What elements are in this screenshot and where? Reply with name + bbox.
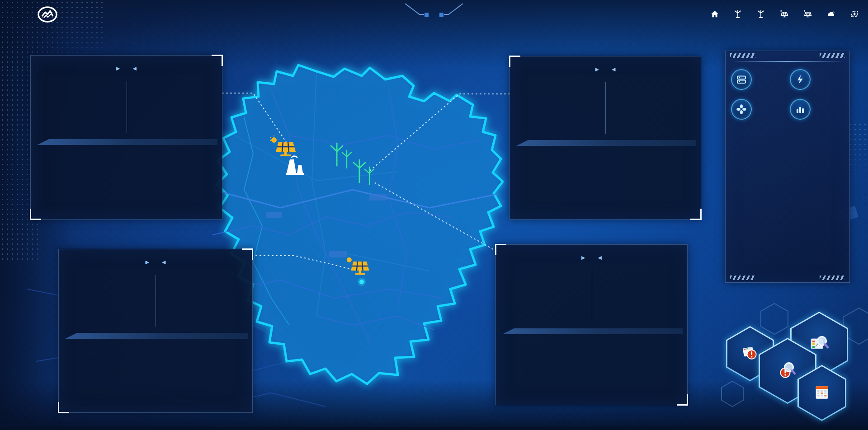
divider-bar (37, 139, 217, 145)
panel-title-bar: ▶ ◀ (31, 56, 222, 78)
station-chart (513, 150, 699, 221)
divider-bar (65, 333, 248, 339)
province-boundary (217, 65, 503, 384)
hatch-decoration (820, 276, 845, 280)
highway (212, 190, 497, 208)
logo-icon (37, 4, 58, 25)
station-stats (510, 79, 701, 136)
hatch-decoration (730, 276, 755, 280)
station-stats (496, 267, 687, 325)
arrow-left-icon: ◀ (133, 65, 137, 71)
alarm-query-icon (777, 360, 798, 380)
district-lines (235, 72, 429, 316)
header (0, 0, 868, 28)
wind-turbine-icon (734, 10, 742, 18)
fan-icon (731, 99, 752, 120)
panel-title-bar: ▶ ◀ (496, 245, 687, 267)
station-chart (61, 342, 250, 414)
nav-item-channel-status[interactable] (827, 10, 839, 18)
station-chart (33, 149, 220, 220)
panel-huashun-station: ▶ ◀ (58, 249, 253, 413)
report-button[interactable] (797, 365, 846, 421)
glow-dot (358, 278, 366, 286)
solar-panel-icon (803, 10, 812, 18)
report-icon (813, 384, 831, 401)
corner-bracket (509, 56, 520, 67)
arrow-left-icon: ◀ (162, 259, 165, 265)
bar-chart-title (726, 122, 849, 134)
panel-huashan-station: ▶ ◀ (495, 244, 688, 405)
bottom-bar (0, 427, 868, 430)
solar-panel-icon (780, 10, 788, 18)
lightning-icon (790, 69, 811, 90)
nav-item-overview[interactable] (711, 10, 722, 18)
system-stats (726, 63, 849, 122)
cloud-icon (827, 10, 835, 18)
panel-longzhu-station: ▶ ◀ (30, 55, 222, 220)
nav-item-huashan[interactable] (757, 10, 768, 18)
corner-bracket (212, 55, 223, 66)
bar-chart-icon (790, 99, 811, 120)
nav-item-system-config[interactable] (850, 10, 862, 18)
settings-icon (850, 10, 859, 18)
alarm-window-icon (741, 344, 760, 362)
panel-title-bar: ▶ ◀ (59, 249, 252, 271)
wind-turbine-icon (354, 160, 374, 185)
panel-title-bar: ▶ ◀ (510, 56, 701, 79)
title-bar (289, 2, 579, 18)
system-stat-card (790, 99, 846, 120)
connector-lines (222, 93, 509, 270)
logo (37, 4, 62, 25)
title-decoration-right (438, 2, 464, 18)
home-icon (711, 10, 719, 18)
station-stats (59, 271, 252, 329)
nav-item-huafeng[interactable] (734, 10, 745, 18)
dashboard: ▶ ◀ ▶ ◀ ▶ ◀ ▶ (0, 0, 868, 430)
panels-icon (731, 69, 752, 90)
system-stat-card (731, 99, 790, 120)
panel-huafeng-station: ▶ ◀ (509, 56, 701, 220)
arrow-left-icon: ◀ (598, 255, 602, 261)
divider-bar (502, 328, 683, 334)
hatch-decoration (820, 53, 845, 58)
system-stat-card (790, 69, 846, 90)
factory-icon (286, 156, 304, 175)
arrow-right-icon: ▶ (146, 259, 149, 265)
arrow-left-icon: ◀ (612, 66, 615, 72)
arrow-right-icon: ▶ (581, 255, 585, 261)
wind-turbine-icon (331, 143, 351, 168)
divider (734, 61, 841, 62)
nav-item-longzhu[interactable] (780, 10, 792, 18)
solar-station-icon (270, 136, 296, 156)
station-chart (499, 338, 685, 409)
glow-dot (359, 280, 364, 284)
system-stat-card (731, 69, 790, 90)
arrow-right-icon: ▶ (116, 65, 120, 71)
nav-item-huashun[interactable] (803, 10, 815, 18)
solar-station-icon (347, 257, 369, 275)
divider-bar (516, 140, 696, 146)
arrow-right-icon: ▶ (595, 66, 599, 72)
station-stats (31, 78, 222, 136)
hatch-decoration (730, 53, 755, 58)
corner-bracket (242, 248, 253, 260)
wind-turbine-icon (757, 10, 765, 18)
road-badges (266, 194, 387, 257)
panel-system-overview (725, 51, 850, 283)
corner-bracket (495, 244, 506, 255)
title-decoration-left (404, 2, 430, 18)
main-nav (711, 0, 862, 28)
